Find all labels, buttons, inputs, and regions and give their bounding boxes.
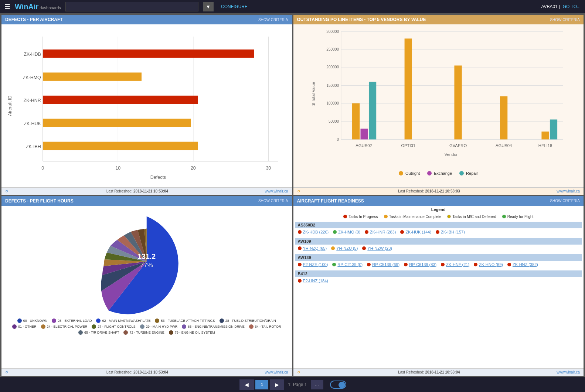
legend-mc-deferred: Tasks in M/C and Deferred: [447, 215, 496, 219]
zk-hdb-link[interactable]: ZK-HDB (226): [303, 230, 329, 234]
bottombar: ◀ 1 ▶ 1: Page 1 ...: [0, 377, 585, 392]
group-b412-items: P2-HNZ (184): [295, 279, 582, 284]
legend-mc-deferred-label: Tasks in M/C and Deferred: [452, 215, 496, 219]
svg-text:ZK-IBH: ZK-IBH: [26, 144, 41, 149]
group-aw139: AW139 P2-NZE (100) RP-C2139 (0) RP-C5139…: [295, 254, 582, 268]
legend-mc-deferred-dot: [447, 215, 451, 218]
menu-icon[interactable]: ☰: [4, 3, 10, 11]
readiness-legend: Tasks In Progress Tasks in Maintenance C…: [295, 213, 582, 220]
defects-aircraft-header: DEFECTS - PER AIRCRAFT SHOW CRITERIA: [1, 15, 292, 24]
defects-hours-pie: 131.2 77%: [3, 207, 290, 316]
legend-ready-flight-dot: [502, 215, 506, 218]
po-items-chart: $ Total Value 0 50000 100000 150000 2000…: [296, 27, 581, 168]
p2-hnz-dot: [298, 279, 302, 283]
svg-text:0: 0: [337, 137, 339, 142]
defects-aircraft-footer: ↻ Last Refreshed: 2018-11-21 10:53:04 ww…: [1, 187, 292, 195]
prev-button[interactable]: ◀: [239, 379, 254, 390]
rp-c2139-link[interactable]: RP-C2139 (0): [337, 262, 363, 267]
legend-engine-trans: 63 - ENGINE/TRANSMISSION DRIVE: [182, 324, 245, 329]
zk-huk-link[interactable]: ZK-HUK (144): [405, 230, 431, 234]
legend-other-dot: [12, 324, 17, 329]
svg-text:ZK-HDB: ZK-HDB: [24, 52, 41, 57]
configure-link[interactable]: CONFIGURE: [221, 4, 248, 9]
aircraft-p2-hnz: P2-HNZ (184): [298, 279, 328, 283]
app-logo: WinAir dashboards: [15, 3, 61, 11]
goto-link[interactable]: GO TO...: [563, 4, 581, 9]
rp-c2139-dot: [332, 263, 336, 266]
footer-link-readiness[interactable]: www.winair.ca: [557, 370, 580, 374]
yh-nzw-link[interactable]: YH-NZW (23): [367, 246, 392, 250]
svg-rect-45: [454, 65, 462, 139]
svg-rect-43: [404, 38, 412, 139]
view-toggle[interactable]: [330, 381, 346, 389]
aircraft-yh-nzq: YH-NZQ (65): [298, 246, 327, 250]
p2-hnz-link[interactable]: P2-HNZ (184): [303, 279, 328, 283]
zk-hnf-link[interactable]: ZK-HNF (21): [446, 262, 469, 267]
svg-text:0: 0: [41, 166, 44, 171]
page-number: 1: [255, 380, 268, 389]
svg-text:Defects: Defects: [150, 175, 166, 180]
legend-exchange-dot: [427, 171, 432, 175]
zk-hnz-link[interactable]: ZK-HNZ (382): [513, 262, 538, 267]
zk-hmq-link[interactable]: ZK-HMQ (0): [338, 230, 360, 234]
footer-refresh-label: Last Refreshed: 2018-11-21 10:53:04: [106, 189, 168, 193]
legend-tr-drive: 65 - T/R DRIVE SHAFT: [78, 330, 119, 335]
group-aw109-items: YH-NZQ (65) YH-NZU (5) YH-NZW (23): [295, 246, 582, 252]
svg-text:131.2: 131.2: [137, 252, 156, 260]
footer-refresh-label-hours: Last Refreshed: 2018-11-21 10:53:04: [106, 370, 168, 374]
footer-link-po[interactable]: www.winair.ca: [557, 189, 580, 193]
defects-hours-title: DEFECTS - PER FLIGHT HOURS: [5, 198, 74, 204]
zk-ibh-link[interactable]: ZK-IBH (157): [441, 230, 465, 234]
footer-refresh-label-readiness: Last Refreshed: 2018-11-21 10:53:04: [398, 370, 460, 374]
zk-hno-link[interactable]: ZK-HNO (69): [479, 262, 503, 267]
next-button[interactable]: ▶: [270, 379, 284, 390]
legend-exchange: Exchange: [427, 171, 452, 175]
legend-flight-controls-dot: [92, 324, 96, 329]
svg-text:300000: 300000: [326, 30, 339, 34]
zk-hnr-dot: [365, 230, 368, 234]
legend-tr-drive-dot: [78, 330, 83, 335]
yh-nzq-link[interactable]: YH-NZQ (65): [303, 246, 327, 250]
rp-c5139-link[interactable]: RP-C5139 (69): [372, 262, 399, 267]
zk-hmq-dot: [333, 230, 337, 234]
legend-other: 01 - OTHER: [12, 324, 37, 329]
legend-outright-label: Outright: [405, 171, 420, 175]
refresh-icon-po: ↻: [297, 189, 300, 193]
legend-repair: Repair: [459, 171, 478, 175]
yh-nzq-dot: [298, 246, 302, 250]
yh-nzu-link[interactable]: YH-NZU (5): [336, 246, 358, 250]
svg-text:Aircraft ID: Aircraft ID: [7, 96, 13, 116]
defects-aircraft-title: DEFECTS - PER AIRCRAFT: [5, 17, 63, 22]
yh-nzu-dot: [331, 246, 335, 250]
footer-refresh-label-po: Last Refreshed: 2018-11-21 10:53:03: [398, 189, 460, 193]
show-criteria-readiness[interactable]: SHOW CRITERIA: [550, 199, 580, 203]
svg-text:20: 20: [191, 166, 196, 171]
svg-text:77%: 77%: [140, 261, 153, 268]
svg-rect-13: [43, 50, 254, 58]
p2-nze-link[interactable]: P2-NZE (100): [303, 262, 328, 267]
rp-c6139-link[interactable]: RP-C6139 (83): [409, 262, 436, 267]
footer-link-hours[interactable]: www.winair.ca: [265, 370, 288, 374]
svg-text:250000: 250000: [326, 47, 339, 51]
zk-hnr-link[interactable]: ZK-HNR (283): [370, 230, 396, 234]
toggle-knob: [339, 382, 345, 388]
search-dropdown[interactable]: ▼: [203, 2, 214, 11]
svg-rect-49: [541, 132, 549, 139]
svg-text:HELI18: HELI18: [538, 143, 552, 148]
svg-text:ZK-HMQ: ZK-HMQ: [23, 75, 41, 80]
group-b412: B412 P2-HNZ (184): [295, 270, 582, 284]
show-criteria-defects[interactable]: SHOW CRITERIA: [258, 18, 288, 22]
show-criteria-po[interactable]: SHOW CRITERIA: [550, 18, 580, 22]
legend-fuel-dist: 28 - FUEL DISTRIBUTION/DRAIN: [220, 318, 276, 323]
aircraft-zk-hnf: ZK-HNF (21): [441, 262, 469, 267]
svg-text:150000: 150000: [326, 83, 339, 88]
legend-exchange-label: Exchange: [434, 171, 452, 175]
more-button[interactable]: ...: [311, 380, 323, 389]
search-input[interactable]: [65, 2, 198, 11]
legend-maint-complete-dot: [384, 215, 388, 218]
svg-text:AGUS02: AGUS02: [356, 143, 372, 148]
yh-nzw-dot: [362, 246, 366, 250]
aircraft-yh-nzu: YH-NZU (5): [331, 246, 358, 250]
show-criteria-hours[interactable]: SHOW CRITERIA: [258, 199, 288, 203]
footer-link-defects[interactable]: www.winair.ca: [265, 189, 288, 193]
